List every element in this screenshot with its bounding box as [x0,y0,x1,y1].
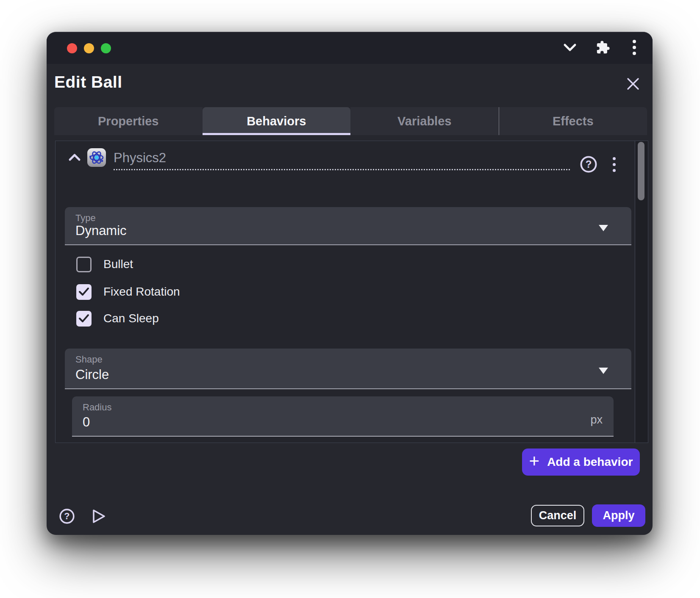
behaviors-list-panel: Physics2 ? Type Dynamic Bullet [55,141,648,443]
radius-input-label: Radius [83,402,111,413]
checkbox-fixed-rotation[interactable]: Fixed Rotation [76,284,180,300]
checkbox-box [76,257,92,272]
close-icon[interactable] [625,75,642,92]
behavior-name-input[interactable]: Physics2 [114,150,570,170]
cancel-button[interactable]: Cancel [531,505,584,526]
add-behavior-label: Add a behavior [547,455,633,469]
dropdown-arrow-icon [599,368,608,374]
tab-effects-label: Effects [553,114,594,128]
close-traffic-light[interactable] [67,43,77,53]
type-select-label: Type [75,213,96,224]
plus-icon: + [529,452,540,470]
apply-button[interactable]: Apply [592,504,645,527]
add-behavior-button[interactable]: + Add a behavior [522,448,640,476]
zoom-traffic-light[interactable] [101,43,111,53]
collapse-behavior-chevron-up-icon[interactable] [68,152,81,165]
radius-input-value: 0 [83,415,90,430]
tab-variables-label: Variables [397,114,451,128]
panel-scrollbar-track[interactable] [635,141,648,443]
minimize-traffic-light[interactable] [84,43,94,53]
radius-unit-label: px [590,413,603,426]
tab-variables[interactable]: Variables [350,107,499,135]
checkbox-label: Bullet [103,257,133,271]
type-select-value: Dynamic [75,223,127,238]
radius-input[interactable]: Radius 0 px [72,396,614,437]
tab-effects[interactable]: Effects [499,107,647,135]
tab-properties-label: Properties [98,114,158,128]
checkbox-can-sleep[interactable]: Can Sleep [76,310,159,327]
tab-behaviors[interactable]: Behaviors [203,107,351,135]
svg-text:?: ? [64,511,69,521]
dialog-help-icon[interactable]: ? [59,508,75,524]
behavior-help-icon[interactable]: ? [580,155,597,173]
chevron-down-icon[interactable] [563,43,577,54]
svg-text:?: ? [586,158,592,170]
window-more-menu-icon[interactable] [632,39,636,57]
window-titlebar [47,32,653,64]
checkbox-label: Can Sleep [103,312,159,325]
page-title: Edit Ball [54,73,122,91]
type-select[interactable]: Type Dynamic [65,207,631,245]
panel-scrollbar-thumb[interactable] [638,142,644,200]
checkbox-label: Fixed Rotation [103,285,180,299]
checkbox-box [76,311,92,327]
checkbox-bullet[interactable]: Bullet [76,256,133,272]
preview-play-icon[interactable] [90,508,107,524]
extension-puzzle-icon[interactable] [596,40,610,56]
shape-select-value: Circle [75,367,109,382]
shape-select[interactable]: Shape Circle [65,349,631,389]
dropdown-arrow-icon [599,225,608,231]
edit-ball-dialog: Edit Ball Properties Behaviors Variables… [47,32,653,535]
shape-select-label: Shape [75,354,103,365]
tab-properties[interactable]: Properties [54,107,203,135]
tab-behaviors-label: Behaviors [247,114,306,128]
behavior-options-icon[interactable] [608,155,620,173]
dialog-tabs: Properties Behaviors Variables Effects [54,107,647,135]
physics-behavior-icon [87,148,106,167]
checkbox-box [76,284,92,300]
